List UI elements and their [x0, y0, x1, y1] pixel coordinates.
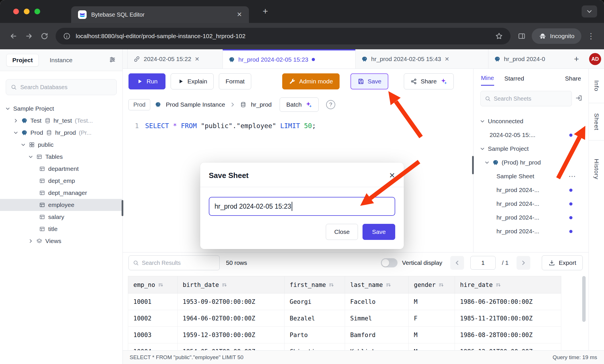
tree-item-table-salary[interactable]: salary — [0, 211, 122, 223]
tab-search-button[interactable] — [582, 5, 597, 17]
format-button[interactable]: Format — [219, 73, 251, 89]
database-search[interactable] — [6, 79, 117, 95]
caret-right-icon[interactable] — [13, 118, 18, 123]
editor-tab-3[interactable]: hr_prod 2024-02-05 15:43 ✕ — [355, 49, 488, 69]
tab-history[interactable]: History — [589, 140, 604, 198]
sheet-group-unconnected[interactable]: Unconnected — [474, 114, 589, 128]
export-button[interactable]: Export — [542, 255, 583, 270]
modal-close-icon[interactable]: ✕ — [389, 171, 395, 180]
results-search-input[interactable] — [142, 260, 215, 266]
sidebar-resize-handle[interactable] — [122, 200, 123, 216]
column-header[interactable]: first_name — [285, 276, 345, 293]
save-button[interactable]: Save — [350, 73, 388, 89]
window-minimize-button[interactable] — [24, 9, 30, 14]
sheet-name-input[interactable]: hr_prod 2024-02-05 15:23 — [209, 197, 395, 216]
sort-icon[interactable] — [222, 282, 227, 287]
batch-button[interactable]: Batch — [280, 97, 319, 112]
browser-menu-button[interactable]: ⋮ — [584, 32, 598, 41]
admin-mode-button[interactable]: Admin mode — [282, 73, 340, 89]
database-name[interactable]: hr_prod — [251, 101, 272, 108]
tree-item-table-department[interactable]: department — [0, 163, 122, 175]
sheet-item[interactable]: 2024-02-05 15:... — [474, 128, 589, 142]
tab-instance[interactable]: Instance — [50, 57, 72, 64]
column-header[interactable]: birth_date — [178, 276, 285, 293]
sort-icon[interactable] — [496, 282, 501, 287]
tree-item-table-dept-emp[interactable]: dept_emp — [0, 175, 122, 187]
sort-icon[interactable] — [386, 282, 391, 287]
tree-item-tables-group[interactable]: Tables — [0, 151, 122, 163]
share-button[interactable]: Share — [404, 73, 454, 89]
next-page-button[interactable] — [517, 256, 530, 270]
tab-mine[interactable]: Mine — [481, 75, 494, 86]
caret-down-icon[interactable] — [21, 142, 26, 147]
tab-close-icon[interactable]: ✕ — [445, 56, 449, 62]
new-tab-button[interactable]: + — [260, 6, 271, 17]
side-panel-button[interactable] — [514, 28, 529, 44]
sheet-menu-icon[interactable]: ⋯ — [568, 172, 576, 181]
new-sheet-tab-button[interactable]: + — [569, 49, 584, 69]
tab-starred[interactable]: Starred — [504, 75, 524, 85]
window-close-button[interactable] — [13, 9, 19, 14]
help-icon[interactable]: ? — [326, 100, 335, 109]
caret-down-icon[interactable] — [480, 119, 485, 124]
tab-close-icon[interactable]: ✕ — [195, 56, 200, 62]
sql-editor-area[interactable]: 1 SELECT * FROM "public"."employee" LIMI… — [123, 112, 473, 130]
caret-down-icon[interactable] — [13, 130, 18, 135]
forward-button[interactable] — [21, 28, 37, 44]
modal-close-button[interactable]: Close — [326, 224, 358, 240]
database-search-input[interactable] — [20, 84, 112, 91]
tree-item-project[interactable]: Sample Project — [0, 103, 122, 115]
tree-item-prod-instance[interactable]: Prod hr_prod (Pr... — [0, 127, 122, 139]
explain-button[interactable]: Explain — [171, 73, 214, 89]
column-header[interactable]: hire_date — [455, 276, 561, 293]
url-bar[interactable]: localhost:8080/sql-editor/prod-sample-in… — [56, 28, 511, 44]
tab-shared[interactable]: Share — [565, 75, 581, 85]
editor-tab-4[interactable]: hr_prod 2024-0 — [488, 49, 569, 69]
back-button[interactable] — [6, 28, 21, 44]
tree-item-table-employee[interactable]: employee — [0, 199, 122, 211]
sort-icon[interactable] — [158, 282, 163, 287]
table-row[interactable]: 100031959-12-03T00:00:00ZPartoBamfordM19… — [128, 327, 561, 343]
modal-save-button[interactable]: Save — [363, 224, 395, 240]
table-scrollbar[interactable] — [582, 276, 586, 322]
filter-settings-button[interactable] — [109, 56, 116, 64]
sheet-group-database[interactable]: (Prod) hr_prod — [474, 156, 589, 169]
column-header[interactable]: emp_no — [128, 276, 178, 293]
sort-icon[interactable] — [439, 282, 444, 287]
browser-tab[interactable]: Bytebase SQL Editor ✕ — [71, 6, 249, 23]
tree-item-schema-public[interactable]: public — [0, 139, 122, 151]
prev-page-button[interactable] — [450, 256, 464, 270]
instance-name[interactable]: Prod Sample Instance — [166, 101, 225, 108]
tab-sheet[interactable]: Sheet — [589, 103, 604, 140]
window-zoom-button[interactable] — [34, 9, 40, 14]
table-row[interactable]: 100011953-09-02T00:00:00ZGeorgiFacelloM1… — [128, 293, 561, 310]
sheet-item[interactable]: hr_prod 2024-... — [474, 183, 589, 197]
tree-item-table-title[interactable]: title — [0, 223, 122, 235]
caret-down-icon[interactable] — [5, 106, 10, 111]
site-info-icon[interactable] — [63, 32, 71, 40]
user-avatar[interactable]: AD — [589, 53, 601, 65]
table-row[interactable]: 100021964-06-02T00:00:00ZBezalelSimmelF1… — [128, 310, 561, 327]
sort-icon[interactable] — [329, 282, 334, 287]
tab-info[interactable]: Info — [589, 69, 604, 103]
tree-item-views-group[interactable]: Views — [0, 235, 122, 247]
sheet-group-project[interactable]: Sample Project — [474, 142, 589, 156]
sheet-item[interactable]: hr_prod 2024-... — [474, 211, 589, 224]
caret-down-icon[interactable] — [28, 154, 33, 159]
sheet-item-sample-sheet[interactable]: Sample Sheet ⋯ — [474, 169, 589, 183]
column-header[interactable]: last_name — [345, 276, 409, 293]
sheet-search[interactable] — [480, 91, 572, 106]
collapse-panel-button[interactable] — [575, 94, 583, 103]
bookmark-star-icon[interactable] — [495, 32, 503, 40]
environment-chip[interactable]: Prod — [128, 99, 150, 110]
tab-project[interactable]: Project — [6, 54, 39, 66]
tree-item-table-dept-manager[interactable]: dept_manager — [0, 187, 122, 199]
column-header[interactable]: gender — [409, 276, 455, 293]
caret-right-icon[interactable] — [28, 238, 33, 244]
tab-close-icon[interactable]: ✕ — [237, 11, 242, 18]
caret-down-icon[interactable] — [484, 160, 490, 165]
reload-button[interactable] — [37, 28, 52, 44]
editor-tab-1[interactable]: 2024-02-05 15:22 ✕ — [127, 49, 223, 69]
sheet-item[interactable]: hr_prod 2024-... — [474, 197, 589, 211]
sheet-search-input[interactable] — [494, 95, 568, 102]
